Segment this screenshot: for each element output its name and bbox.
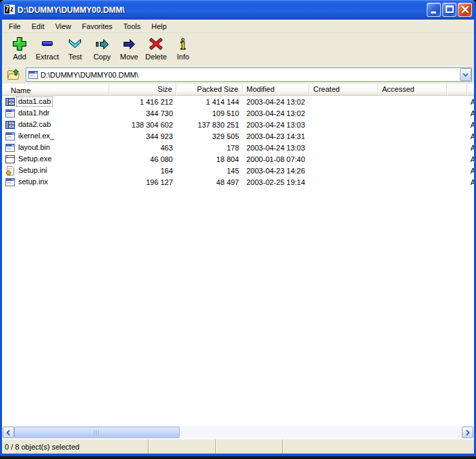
menu-item-tools[interactable]: Tools [118,21,147,32]
toolbar-button-label: Move [120,53,138,61]
cab-file-icon [5,119,16,130]
file-modified: 2003-04-24 13:03 [242,144,309,152]
scroll-right-button[interactable] [462,427,473,438]
column-header-filler [467,84,474,95]
file-size: 344 730 [109,109,176,117]
file-packed: 137 830 251 [176,121,242,129]
file-row[interactable]: layout.bin4631782003-04-24 13:03A [2,142,474,153]
toolbar-button-label: Copy [93,53,111,61]
column-header-accessed[interactable]: Accessed [378,84,447,95]
file-name-cell: layout.bin [2,142,109,153]
file-name-cell: Setup.exe [2,154,109,165]
file-attributes: A [447,144,474,152]
file-size: 463 [109,144,176,152]
delete-x-icon [148,36,164,52]
cab-file-icon [5,97,16,107]
window-controls [427,3,472,17]
add-plus-icon [11,36,28,52]
window-file-icon [5,177,16,188]
parent-folder-button[interactable] [4,68,23,82]
file-modified: 2003-04-24 13:03 [242,121,309,129]
window-file-icon [28,70,38,80]
file-name: data1.hdr [16,108,51,118]
add-button[interactable]: Add [6,35,33,62]
file-attributes: A [447,98,474,106]
file-packed: 1 414 144 [176,98,242,106]
title-bar[interactable]: 7z D:\DUMMY\DUMMY00.DMM\ [0,0,476,20]
info-button[interactable]: iInfo [169,35,196,62]
file-row[interactable]: data2.cab138 304 602137 830 2512003-04-2… [2,119,474,130]
scroll-left-button[interactable] [3,427,14,438]
dropdown-arrow-button[interactable] [460,68,471,81]
menu-bar: FileEditViewFavoritesToolsHelp [2,20,474,33]
file-modified: 2003-04-24 13:02 [242,109,309,117]
file-row[interactable]: setup.inx196 12748 4972003-02-25 19:14A [2,176,474,188]
app-window: 7z D:\DUMMY\DUMMY00.DMM\ FileEditViewFav… [0,0,476,456]
menu-item-view[interactable]: View [50,21,77,32]
menu-item-file[interactable]: File [3,21,26,32]
file-row[interactable]: ikernel.ex_344 923329 5052003-04-23 14:3… [2,130,474,142]
file-name: setup.inx [16,177,50,187]
column-header-name[interactable]: Name [2,84,109,95]
file-modified: 2003-04-23 14:31 [242,132,309,140]
file-packed: 109 510 [176,109,242,117]
extract-button[interactable]: Extract [33,35,61,62]
delete-button[interactable]: Delete [142,35,169,62]
extract-minus-icon [39,36,55,52]
column-header-size[interactable]: Size [109,84,176,95]
menu-item-edit[interactable]: Edit [26,21,50,32]
file-attributes: A [447,109,474,117]
file-modified: 2003-04-23 14:26 [242,167,309,175]
file-row[interactable]: data1.cab1 416 2121 414 1442003-04-24 13… [2,96,474,107]
close-button[interactable] [458,3,472,17]
column-header-row: NameSizePacked SizeModifiedCreatedAccess… [2,84,474,96]
file-list: NameSizePacked SizeModifiedCreatedAccess… [2,84,474,426]
file-size: 196 127 [109,178,176,186]
status-panel-selection: 0 / 8 object(s) selected [2,439,148,454]
status-panel-4 [282,439,474,454]
file-name: ikernel.ex_ [16,131,56,141]
file-attributes: A [447,155,474,163]
file-name: Setup.exe [16,154,54,164]
scrollbar-thumb[interactable] [14,427,180,438]
test-button[interactable]: Test [61,35,88,62]
horizontal-scrollbar[interactable] [2,426,474,439]
window-title: D:\DUMMY\DUMMY00.DMM\ [18,5,427,15]
file-attributes: A [447,132,474,140]
column-header-packed[interactable]: Packed Size [176,84,242,95]
file-name-cell: Setup.ini [2,165,109,176]
file-size: 46 080 [109,155,176,163]
menu-item-help[interactable]: Help [146,21,172,32]
file-size: 164 [109,167,176,175]
menu-item-favorites[interactable]: Favorites [76,21,117,32]
svg-text:i: i [180,36,186,52]
7zip-logo-icon: 7z [4,5,15,16]
file-modified: 2003-04-24 13:02 [242,98,309,106]
maximize-button[interactable] [442,3,456,17]
copy-button[interactable]: Copy [88,35,115,62]
file-name: layout.bin [16,142,52,153]
file-name-cell: data2.cab [2,119,109,130]
file-row[interactable]: data1.hdr344 730109 5102003-04-24 13:02A [2,107,474,119]
column-header-created[interactable]: Created [309,84,378,95]
file-attributes: A [447,121,474,129]
scrollbar-track[interactable] [14,427,462,438]
file-row[interactable]: Setup.ini1641452003-04-23 14:26A [2,165,474,176]
test-check-icon [67,36,83,52]
window-file-icon [5,108,16,119]
file-name: Setup.ini [16,165,49,176]
file-attributes: A [447,167,474,175]
address-combobox[interactable]: D:\DUMMY\DUMMY00.DMM\ [26,68,472,82]
file-row[interactable]: Setup.exe46 08018 8042000-01-08 07:40A [2,153,474,165]
file-name: data1.cab [16,97,53,107]
copy-arrow-icon [94,36,110,52]
column-header-attributes[interactable] [447,84,467,95]
file-name: data2.cab [16,119,53,130]
status-panel-2 [148,439,215,454]
file-size: 1 416 212 [109,98,176,106]
file-name-cell: setup.inx [2,177,109,188]
move-button[interactable]: Move [115,35,142,62]
ini-file-icon [5,165,16,176]
column-header-modified[interactable]: Modified [242,84,309,95]
minimize-button[interactable] [427,3,441,17]
